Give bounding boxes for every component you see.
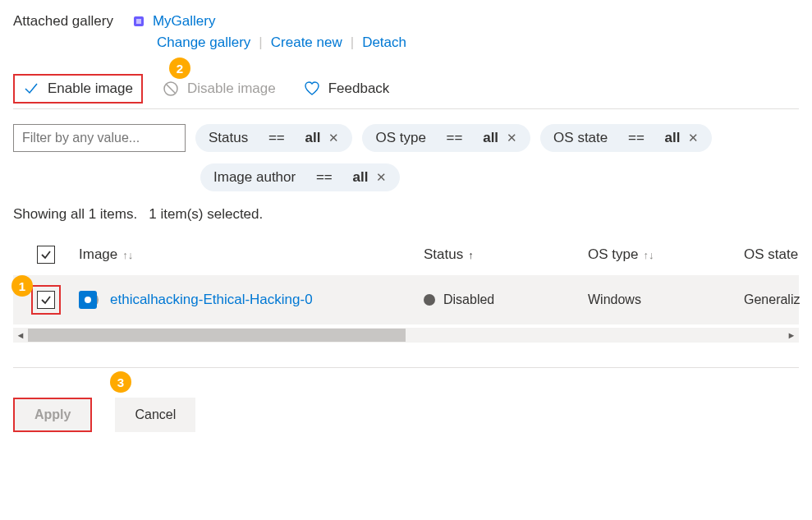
status-dot-icon — [424, 294, 435, 306]
image-name-link[interactable]: ethicalhacking-Ethical-Hacking-0 — [110, 292, 313, 308]
create-new-link[interactable]: Create new — [271, 35, 342, 51]
separator: | — [351, 35, 354, 51]
image-cell: ethicalhacking-Ethical-Hacking-0 — [79, 291, 424, 309]
images-table: Image ↑↓ Status ↑ OS type ↑↓ OS state 1 — [13, 239, 799, 343]
feedback-button[interactable]: Feedback — [296, 76, 398, 102]
cancel-button[interactable]: Cancel — [115, 398, 195, 432]
filter-pill-ostype[interactable]: OS type == all ✕ — [362, 124, 530, 152]
row-checkbox[interactable] — [37, 291, 55, 309]
scroll-left-icon[interactable]: ◄ — [13, 330, 28, 340]
enable-image-button[interactable]: Enable image — [13, 74, 143, 104]
scroll-right-icon[interactable]: ► — [784, 330, 799, 340]
check-icon — [23, 81, 39, 97]
close-icon[interactable]: ✕ — [328, 131, 339, 145]
sort-icon: ↑↓ — [122, 249, 133, 261]
ostype-cell: Windows — [588, 292, 744, 307]
filter-pill-author[interactable]: Image author == all ✕ — [200, 163, 400, 191]
gallery-name[interactable]: MyGallery — [153, 13, 216, 30]
filter-bar: Status == all ✕ OS type == all ✕ OS stat… — [13, 124, 799, 152]
select-all-checkbox[interactable] — [37, 246, 55, 264]
sort-asc-icon: ↑ — [468, 249, 474, 261]
gallery-icon — [131, 14, 146, 29]
ban-icon — [163, 81, 179, 97]
col-status[interactable]: Status ↑ — [424, 246, 588, 263]
enable-image-label: Enable image — [48, 81, 133, 97]
osstate-cell: Generaliz — [744, 292, 812, 307]
callout-badge-2: 2 — [169, 58, 190, 79]
callout-badge-1: 1 — [11, 275, 33, 297]
detach-link[interactable]: Detach — [362, 35, 406, 51]
heart-icon — [304, 81, 320, 97]
filter-pill-osstate[interactable]: OS state == all ✕ — [540, 124, 712, 152]
filter-input[interactable] — [13, 124, 186, 152]
status-cell: Disabled — [424, 292, 588, 307]
close-icon[interactable]: ✕ — [507, 131, 517, 145]
gallery-actions: Change gallery | Create new | Detach — [157, 35, 799, 51]
callout-outline-1 — [31, 285, 61, 315]
col-ostype[interactable]: OS type ↑↓ — [588, 246, 744, 263]
scrollbar-thumb[interactable] — [28, 329, 406, 342]
filter-pill-status[interactable]: Status == all ✕ — [195, 124, 352, 152]
close-icon[interactable]: ✕ — [688, 131, 699, 145]
sort-icon: ↑↓ — [643, 249, 654, 261]
command-bar: Enable image Disable image Feedback — [13, 69, 799, 109]
table-header: Image ↑↓ Status ↑ OS type ↑↓ OS state 1 — [13, 239, 799, 275]
footer-actions: Apply Cancel — [13, 398, 799, 432]
close-icon[interactable]: ✕ — [376, 170, 387, 185]
apply-button[interactable]: Apply — [13, 398, 92, 432]
pill-field: Status — [209, 130, 248, 146]
disable-image-label: Disable image — [187, 81, 276, 97]
col-osstate[interactable]: OS state — [744, 246, 812, 263]
callout-badge-3: 3 — [110, 371, 131, 393]
attached-gallery-label: Attached gallery — [13, 13, 113, 30]
gallery-header: Attached gallery MyGallery — [13, 13, 799, 30]
table-row[interactable]: ethicalhacking-Ethical-Hacking-0 Disable… — [13, 275, 799, 324]
col-image[interactable]: Image ↑↓ — [79, 246, 424, 263]
vm-image-icon — [79, 291, 97, 309]
gallery-link[interactable]: MyGallery — [131, 13, 216, 30]
result-summary: Showing all 1 items. 1 item(s) selected. — [13, 206, 799, 223]
feedback-label: Feedback — [328, 81, 390, 97]
disable-image-button[interactable]: Disable image — [154, 76, 284, 102]
svg-line-3 — [166, 85, 175, 94]
svg-rect-1 — [136, 19, 141, 24]
horizontal-scrollbar[interactable]: ◄ ► — [13, 328, 799, 343]
separator: | — [259, 35, 262, 51]
change-gallery-link[interactable]: Change gallery — [157, 35, 250, 51]
